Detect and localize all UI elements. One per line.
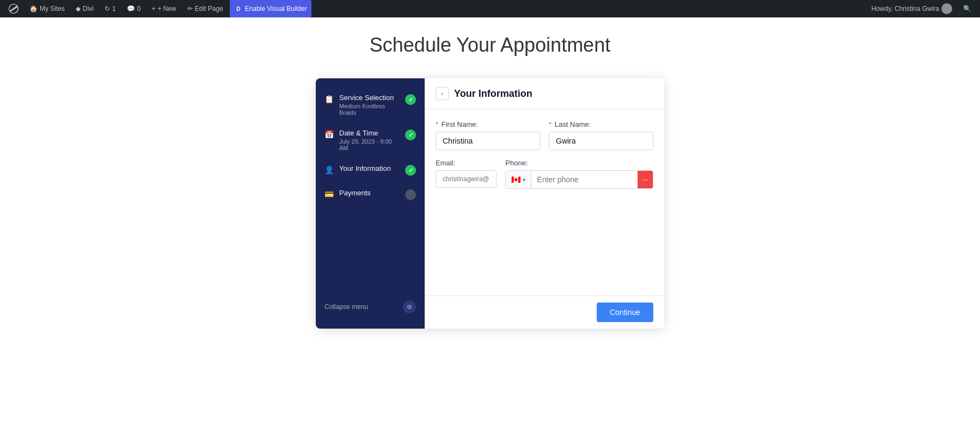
last-name-input[interactable] [549, 132, 653, 150]
comments-count: 0 [137, 5, 141, 13]
contact-row: Email: Phone: 🇨🇦 ▾ ··· [436, 159, 653, 189]
name-row: * First Name: * Last Name: [436, 120, 653, 150]
person-icon: 👤 [324, 165, 334, 174]
admin-bar: 🏠 My Sites ◆ Divi ↻ 1 💬 0 + + New ✏ Edit… [0, 0, 980, 17]
comments-icon: 💬 [127, 5, 135, 13]
first-name-label: * First Name: [436, 120, 540, 128]
my-sites-label: My Sites [40, 5, 65, 13]
panel-footer: Continue [425, 295, 664, 329]
first-name-input[interactable] [436, 132, 540, 150]
howdy-item[interactable]: Howdy, Christina Gwira [867, 0, 957, 17]
step-payments-circle [405, 189, 416, 200]
edit-icon: ✏ [187, 5, 193, 13]
phone-row: 🇨🇦 ▾ ··· [505, 170, 653, 189]
panel-body: * First Name: * Last Name: [425, 109, 664, 295]
step-info-check [405, 165, 416, 176]
back-button[interactable]: ‹ [436, 87, 449, 100]
divi-logo-icon: D [234, 4, 243, 13]
visual-builder-item[interactable]: D Enable Visual Builder [230, 0, 311, 17]
sidebar-step-payments[interactable]: 💳 Payments [316, 182, 425, 207]
step-service-title: Service Selection [339, 94, 400, 102]
appointment-sidebar: 📋 Service Selection Medium Knotless Brai… [316, 78, 425, 329]
phone-input[interactable] [531, 171, 638, 188]
panel-title: Your Information [454, 88, 532, 100]
sidebar-footer: Collapse menu ⊕ [316, 294, 425, 320]
my-sites-item[interactable]: 🏠 My Sites [25, 0, 69, 17]
main-content: Schedule Your Appointment 📋 Service Sele… [0, 0, 980, 426]
step-info-title: Your Information [339, 164, 400, 172]
step-payments-title: Payments [339, 189, 400, 197]
howdy-greeting: Howdy, Christina Gwira [872, 5, 939, 13]
calendar-icon: 📅 [324, 130, 334, 139]
first-name-group: * First Name: [436, 120, 540, 150]
phone-options-button[interactable]: ··· [638, 171, 653, 188]
continue-button[interactable]: Continue [597, 302, 653, 322]
last-name-group: * Last Name: [549, 120, 653, 150]
wp-logo-item[interactable] [4, 0, 23, 17]
wp-logo-icon [9, 4, 19, 14]
flag-icon: 🇨🇦 [511, 175, 520, 184]
admin-bar-right: Howdy, Christina Gwira 🔍 [867, 0, 976, 17]
collapse-button[interactable]: ⊕ [403, 300, 416, 313]
step-datetime-check [405, 129, 416, 140]
payments-icon: 💳 [324, 190, 334, 199]
phone-label: Phone: [505, 159, 653, 167]
phone-dots-icon: ··· [642, 175, 648, 184]
step-datetime-content: Date & Time July 29, 2023 - 9:00 AM [339, 129, 400, 151]
divi-icon: ◆ [76, 5, 81, 13]
edit-page-item[interactable]: ✏ Edit Page [183, 0, 228, 17]
step-datetime-subtitle: July 29, 2023 - 9:00 AM [339, 138, 400, 151]
phone-group: Phone: 🇨🇦 ▾ ··· [505, 159, 653, 189]
sidebar-step-info[interactable]: 👤 Your Information [316, 158, 425, 182]
collapse-label: Collapse menu [324, 303, 368, 311]
avatar [941, 3, 952, 14]
step-payments-content: Payments [339, 189, 400, 197]
panel-header: ‹ Your Information [425, 78, 664, 109]
chevron-down-icon: ▾ [523, 177, 525, 183]
email-input[interactable] [436, 170, 497, 188]
new-item[interactable]: + + New [147, 0, 180, 17]
email-label: Email: [436, 159, 497, 167]
my-sites-icon: 🏠 [29, 5, 38, 13]
sidebar-step-datetime[interactable]: 📅 Date & Time July 29, 2023 - 9:00 AM [316, 122, 425, 158]
step-service-check [405, 94, 416, 105]
sidebar-step-service[interactable]: 📋 Service Selection Medium Knotless Brai… [316, 87, 425, 122]
step-info-content: Your Information [339, 164, 400, 172]
comments-item[interactable]: 💬 0 [122, 0, 145, 17]
divi-item[interactable]: ◆ Divi [71, 0, 98, 17]
divi-label: Divi [83, 5, 94, 13]
search-item[interactable]: 🔍 [959, 0, 976, 17]
right-panel: ‹ Your Information * First Name: [425, 78, 664, 329]
collapse-icon: ⊕ [407, 303, 412, 311]
step-service-content: Service Selection Medium Knotless Braids [339, 94, 400, 116]
appointment-widget: 📋 Service Selection Medium Knotless Brai… [316, 78, 664, 329]
back-icon: ‹ [441, 90, 443, 97]
updates-item[interactable]: ↻ 1 [100, 0, 120, 17]
step-datetime-title: Date & Time [339, 129, 400, 137]
new-label: + New [157, 5, 176, 13]
visual-builder-label: Enable Visual Builder [245, 5, 307, 13]
page-title: Schedule Your Appointment [0, 34, 980, 57]
edit-page-label: Edit Page [195, 5, 223, 13]
last-name-required: * [549, 120, 552, 128]
last-name-label: * Last Name: [549, 120, 653, 128]
service-icon: 📋 [324, 95, 334, 103]
email-group: Email: [436, 159, 497, 189]
updates-icon: ↻ [105, 5, 110, 13]
search-icon: 🔍 [963, 5, 971, 13]
updates-count: 1 [112, 5, 116, 13]
country-selector[interactable]: 🇨🇦 ▾ [506, 171, 531, 188]
first-name-required: * [436, 120, 438, 128]
new-icon: + [151, 5, 155, 13]
step-service-subtitle: Medium Knotless Braids [339, 103, 400, 116]
